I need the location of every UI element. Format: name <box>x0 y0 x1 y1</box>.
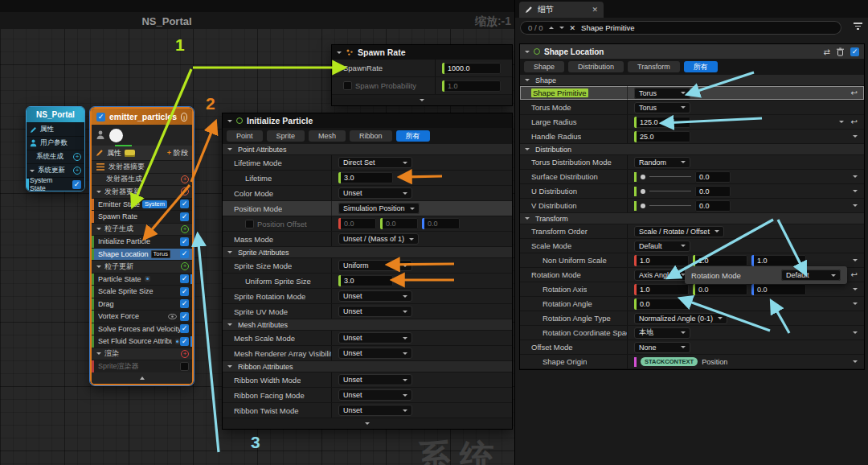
section-shape[interactable]: Shape <box>520 75 864 86</box>
vector-input-y[interactable]: 0.0 <box>380 218 418 229</box>
tab-sprite[interactable]: Sprite <box>267 130 305 142</box>
chevron-down-icon[interactable] <box>403 295 407 298</box>
chevron-down-icon[interactable] <box>839 121 844 123</box>
vector-input-z[interactable]: 0.0 <box>422 218 460 229</box>
input-rotation-angle[interactable]: 0.0 <box>634 298 690 310</box>
chevron-down-icon[interactable] <box>403 337 407 339</box>
init-panel-header[interactable]: Initialize Particle <box>223 113 512 128</box>
row-edit-checkbox[interactable] <box>245 220 254 228</box>
details-tab[interactable]: 细节 ✕ <box>519 2 604 18</box>
slider-knob[interactable] <box>641 175 645 179</box>
emitter-row-scale-sprite-size[interactable]: Scale Sprite Size✓ <box>92 285 192 298</box>
emitter-row-item-4[interactable]: 粒子生成+ <box>92 223 192 236</box>
renderer-enabled-checkbox[interactable] <box>180 362 189 371</box>
delete-icon[interactable] <box>837 47 844 56</box>
chevron-down-icon[interactable] <box>681 92 686 94</box>
row-edit-checkbox[interactable] <box>343 81 352 90</box>
dropdown-mass-mode[interactable]: Unset / (Mass of 1) <box>338 233 419 245</box>
section-transform[interactable]: Transform <box>520 213 864 224</box>
emitter-row-emitter-state[interactable]: Emitter StateSystem✓ <box>92 198 192 211</box>
emitter-row-item-14[interactable]: 渲染+ <box>92 348 192 360</box>
system-row-item-2[interactable]: 系统生成+ <box>27 150 84 163</box>
emitter-row-spawn-rate[interactable]: Spawn Rate✓ <box>92 210 192 223</box>
chevron-down-icon[interactable] <box>403 192 407 195</box>
tab-distribution[interactable]: Distribution <box>568 61 624 72</box>
vector-input-y[interactable]: 0.0 <box>693 284 747 295</box>
slider-track[interactable] <box>649 205 691 206</box>
module-enabled-checkbox[interactable]: ✓ <box>180 287 189 296</box>
vector-input-y[interactable]: 1.0 <box>693 255 747 266</box>
module-enabled-checkbox[interactable]: ✓ <box>850 47 859 56</box>
chevron-down-icon[interactable] <box>714 230 719 232</box>
tab-item-3[interactable]: 所有 <box>684 61 718 72</box>
system-row-system-state[interactable]: System State✓ <box>27 177 84 191</box>
chevron-down-icon[interactable] <box>403 265 407 267</box>
section-mesh-attributes[interactable]: Mesh Attributes <box>223 319 512 331</box>
version-shuffle-icon[interactable]: ⇄ <box>824 47 830 56</box>
emitter-row-drag[interactable]: Drag✓ <box>92 298 192 311</box>
chevron-down-icon[interactable] <box>853 190 858 192</box>
dropdown-torus-distribution-mode[interactable]: Random <box>634 157 690 168</box>
vector-input-x[interactable]: 0.0 <box>338 218 376 229</box>
emitter-thumbnail[interactable] <box>109 129 123 142</box>
chevron-down-icon[interactable] <box>525 217 530 220</box>
input-uniform-sprite-size[interactable]: 3.0 <box>338 275 393 286</box>
chevron-down-icon[interactable] <box>681 245 686 247</box>
dropdown-ribbon-width-mode[interactable]: Unset <box>338 374 412 385</box>
slider-value-input[interactable]: 0.0 <box>695 171 731 183</box>
module-enabled-checkbox[interactable]: ✓ <box>180 337 189 346</box>
module-enabled-checkbox[interactable]: ✓ <box>180 237 189 246</box>
dropdown-color-mode[interactable]: Unset <box>338 187 412 199</box>
vector-input-x[interactable]: 1.0 <box>634 255 689 266</box>
emitter-row-shape-location[interactable]: Shape LocationTorus✓ <box>92 248 192 261</box>
search-query-text[interactable]: Shape Primitive <box>581 23 635 32</box>
emitter-node-header[interactable]: ✓ emitter_particles i <box>92 109 192 125</box>
emitter-row-sprite[interactable]: Sprite渲染器 <box>92 360 192 372</box>
chevron-down-icon[interactable] <box>96 265 101 268</box>
chevron-down-icon[interactable] <box>525 79 530 81</box>
emitter-properties-row[interactable]: 属性 + 阶段 <box>92 146 192 160</box>
add-item-icon[interactable]: + <box>73 167 81 175</box>
emitter-row-vortex-force[interactable]: Vortex Force✓ <box>92 310 192 323</box>
details-search-bar[interactable]: 0 / 0 ✕ Shape Primitive <box>520 21 841 35</box>
section-point-attributes[interactable]: Point Attributes <box>223 144 512 155</box>
tab-transform[interactable]: Transform <box>628 61 680 72</box>
tab-point[interactable]: Point <box>227 130 263 142</box>
emitter-summary-row[interactable]: 发射器摘要 <box>92 160 192 173</box>
slider-knob[interactable] <box>641 189 645 194</box>
system-row-item-1[interactable]: 用户参数 <box>27 136 84 150</box>
chevron-down-icon[interactable] <box>403 352 407 355</box>
chevron-down-icon[interactable] <box>853 302 858 305</box>
dropdown-scale-mode[interactable]: Default <box>634 241 690 252</box>
module-enabled-checkbox[interactable]: ✓ <box>180 212 189 221</box>
module-enabled-checkbox[interactable]: ✓ <box>180 299 189 308</box>
chevron-down-icon[interactable] <box>403 409 407 412</box>
slider-knob[interactable] <box>641 204 645 208</box>
dropdown-transform-order[interactable]: Scale / Rotate / Offset <box>634 226 724 237</box>
input-large-radius[interactable]: 125.0 <box>634 117 690 128</box>
dropdown-mesh-renderer-array-visibility-mod[interactable]: Unset <box>338 348 412 359</box>
vector-input-z[interactable]: 1.0 <box>751 255 806 266</box>
chevron-down-icon[interactable] <box>227 148 232 150</box>
chevron-down-icon[interactable] <box>403 394 407 397</box>
vector-input-z[interactable]: 0.0 <box>751 284 806 295</box>
section-ribbon-attributes[interactable]: Ribbon Attributes <box>223 361 512 372</box>
chevron-down-icon[interactable] <box>525 148 530 150</box>
chevron-down-icon[interactable] <box>96 228 101 230</box>
dropdown-rotation-mode[interactable]: Axis Angle <box>634 270 690 281</box>
emitter-row-set-fluid-source-attributes[interactable]: Set Fluid Source Attributes✓ <box>92 335 192 348</box>
emitter-thumbnail-row[interactable] <box>92 125 192 146</box>
spawn-rate-panel-header[interactable]: Spawn Rate <box>332 45 512 60</box>
shape-location-header[interactable]: Shape Location ⇄ ✓ <box>520 44 864 59</box>
collapse-caret-icon[interactable] <box>337 51 342 54</box>
eye-icon[interactable] <box>168 314 177 319</box>
add-module-icon[interactable]: + <box>181 175 189 183</box>
reset-to-default-icon[interactable]: ↩ <box>851 118 858 126</box>
module-enabled-checkbox[interactable]: ✓ <box>180 274 189 283</box>
spawn-panel-expander[interactable] <box>332 95 512 105</box>
chevron-down-icon[interactable] <box>681 106 686 109</box>
chevron-down-icon[interactable] <box>410 208 415 210</box>
section-distribution[interactable]: Distribution <box>520 144 864 155</box>
emitter-row-initialize-particle[interactable]: Initialize Particle✓ <box>92 235 192 248</box>
dropdown-torus-mode[interactable]: Torus <box>634 102 690 113</box>
